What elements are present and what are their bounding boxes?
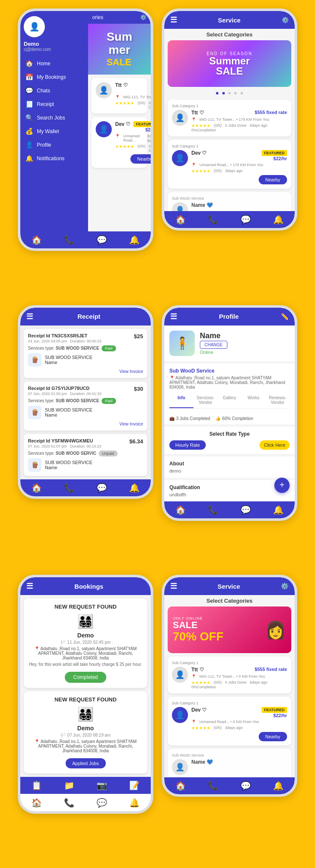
s2-card-1: Sub Category 1 👤 Ttt ♡ $555 fixed rate 📍… <box>168 100 291 136</box>
receipt-screen: Receipt Id TN3CSXSR5JET 24 Jun, 2020 04:… <box>20 326 151 479</box>
thumbs-up-icon: 👍 <box>216 416 221 421</box>
star-rating-2: ★★★★★ <box>115 144 134 153</box>
s6-nav-chat[interactable]: 💬 <box>240 781 251 791</box>
sidebar-item-home[interactable]: 🏠 Home <box>24 57 85 70</box>
s2-time-2: 3days ago <box>225 169 243 173</box>
tab-info[interactable]: Info <box>169 393 193 408</box>
receipt-card-3: Receipt Id YSFMW4WGKMEU 07 Jun, 2020 01:… <box>24 434 147 476</box>
booking-img-1: 👨‍👩‍👧‍👦 <box>29 613 142 629</box>
s6-nearby-btn[interactable]: Nearby <box>259 732 287 741</box>
sidebar: 👤 Demo cj@demo.com 🏠 Home 📅 My Bookings … <box>20 11 88 231</box>
s5-nav-docs[interactable]: 📝 <box>129 780 140 790</box>
unpaid-badge-3: Unpaid <box>99 451 118 456</box>
sidebar-item-bookings[interactable]: 📅 My Bookings <box>24 70 85 84</box>
s4-nav-phone[interactable]: 📞 <box>208 505 218 515</box>
hourly-rate-button[interactable]: Hourly Rate <box>169 440 206 450</box>
s3-nav-chat[interactable]: 💬 <box>97 483 107 493</box>
view-invoice-2[interactable]: View Invoice <box>28 422 143 426</box>
bottom-nav-chat[interactable]: 💬 <box>97 235 107 245</box>
s4-nav-chat[interactable]: 💬 <box>240 505 251 515</box>
applied-jobs-button[interactable]: Applied Jobs <box>66 758 106 768</box>
s2-nav-chat[interactable]: 💬 <box>240 214 251 225</box>
tab-gallery[interactable]: Gallery <box>218 393 242 408</box>
bottom-nav-home[interactable]: 🏠 <box>31 235 42 245</box>
s5-nav-receipts[interactable]: 📋 <box>31 780 42 790</box>
add-qualification-button[interactable]: + <box>274 478 290 493</box>
s3-nav-home[interactable]: 🏠 <box>31 483 42 493</box>
wallet-icon: 💰 <box>25 128 33 135</box>
s2-nav-phone[interactable]: 📞 <box>208 214 218 225</box>
receipt-id-2: Receipt Id G7SYIJUP78UCD <box>28 386 102 391</box>
sidebar-item-chats[interactable]: 💬 Chats <box>24 84 85 97</box>
s6-nav-home[interactable]: 🏠 <box>175 781 186 791</box>
qualification-text: undbdfh <box>169 492 290 497</box>
s3-nav-phone[interactable]: 📞 <box>64 483 75 493</box>
s2-stars-1: ★★★★★ <box>191 123 210 128</box>
view-invoice-1[interactable]: View Invoice <box>28 369 143 374</box>
filter-icon-2[interactable]: ⚙️ <box>282 17 289 23</box>
receipt-amount-2: $30 <box>134 386 143 392</box>
service-name: Sub WooD Service <box>169 368 290 374</box>
bottom-nav-screen5b: 🏠 📞 💬 🔔 <box>20 794 151 811</box>
sidebar-item-receipt[interactable]: 🧾 Receipt <box>24 97 85 111</box>
qualification-title: Qualification <box>169 484 290 490</box>
click-here-button[interactable]: Click Here <box>260 440 290 450</box>
s6-menu-icon[interactable]: ☰ <box>170 581 177 591</box>
receipt-date-1: 24 Jun, 2020 04:05 pm Duration: 00:00:23 <box>28 339 102 343</box>
stats-row: 💼 3 Jobs Completed 👍 60% Completion <box>164 413 295 424</box>
subcategory-label-2: Sub Category 1 <box>172 144 287 148</box>
s6-card-name-3: Name 💙 <box>191 759 287 765</box>
header-bar-service2: ☰ Service ⚙️ <box>164 577 295 595</box>
receipt-amount-1: $25 <box>134 333 143 339</box>
sidebar-label-receipt: Receipt <box>37 101 54 107</box>
sidebar-label-bookings: My Bookings <box>37 74 66 80</box>
address-icon: 📍 <box>169 376 174 380</box>
s3-nav-bell[interactable]: 🔔 <box>129 483 140 493</box>
edit-icon[interactable]: ✏️ <box>281 313 289 320</box>
bottom-nav-phone[interactable]: 📞 <box>64 235 75 245</box>
s5b-nav-chat[interactable]: 💬 <box>97 798 107 808</box>
sidebar-label-profile: Profile <box>37 142 51 148</box>
change-button[interactable]: CHANGE <box>200 341 227 349</box>
sale-big-label: SALE <box>173 620 224 630</box>
s2-card-price-2: $22/hr <box>191 156 287 161</box>
sidebar-item-notifications[interactable]: 🔔 Notifications <box>24 152 85 165</box>
booking-card-1: NEW REQUEST FOUND 👨‍👩‍👧‍👦 Demo 🏳️ 11 Jun… <box>24 598 147 688</box>
location-text-2: Unnamed Road... <box>123 134 144 142</box>
bottom-nav-bell[interactable]: 🔔 <box>129 235 140 245</box>
s6-nav-bell[interactable]: 🔔 <box>273 781 284 791</box>
s2-card-avatar-1: 👤 <box>172 110 188 126</box>
s6-header-title: Service <box>177 583 281 590</box>
s2-nav-home[interactable]: 🏠 <box>175 214 186 225</box>
s5-nav-folder[interactable]: 📁 <box>64 780 75 790</box>
s2-nearby-btn[interactable]: Nearby <box>259 175 287 184</box>
s5b-nav-phone[interactable]: 📞 <box>64 798 75 808</box>
sidebar-item-profile[interactable]: 👤 Profile <box>24 138 85 152</box>
tab-services-vendor[interactable]: Services-Vendor <box>193 393 218 408</box>
sale-figure: 👩 <box>265 620 286 640</box>
sidebar-item-wallet[interactable]: 💰 My Wallet <box>24 125 85 138</box>
bookings-menu-icon[interactable]: ☰ <box>26 581 33 591</box>
s5b-nav-bell[interactable]: 🔔 <box>129 798 140 808</box>
hamburger-icon[interactable]: ☰ <box>170 15 177 25</box>
s4-nav-home[interactable]: 🏠 <box>175 505 186 515</box>
tab-reviews[interactable]: Reviews-Vendor <box>265 393 290 408</box>
booking-name-2: Demo <box>29 725 142 732</box>
s2-nav-bell[interactable]: 🔔 <box>273 214 284 225</box>
s5-nav-camera[interactable]: 📷 <box>97 780 107 790</box>
receipt-menu-icon[interactable]: ☰ <box>26 312 33 321</box>
completed-button-1[interactable]: Completed <box>65 672 106 683</box>
tab-works[interactable]: Works <box>241 393 265 408</box>
sidebar-item-search-jobs[interactable]: 🔍 Search Jobs <box>24 111 85 125</box>
rate-title: Select Rate Type <box>169 431 290 437</box>
s6-nav-phone[interactable]: 📞 <box>208 781 218 791</box>
receipt-icon: 🧾 <box>25 100 33 108</box>
s4-nav-bell[interactable]: 🔔 <box>273 505 284 515</box>
receipt-item-name-2: SUB WOOD SERVICE <box>45 407 92 412</box>
rating-text-1: (0/5) <box>138 101 146 109</box>
s6-filter-icon[interactable]: ⚙️ <box>281 582 289 590</box>
nearby-button-1[interactable]: Nearby <box>130 154 151 164</box>
profile-menu-icon[interactable]: ☰ <box>170 312 177 321</box>
header-title-service: Service <box>177 17 282 24</box>
s5b-nav-home[interactable]: 🏠 <box>31 798 42 808</box>
